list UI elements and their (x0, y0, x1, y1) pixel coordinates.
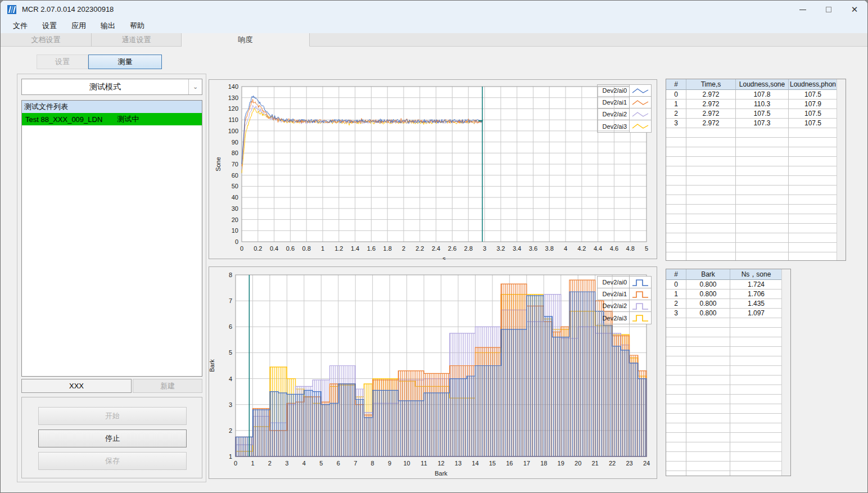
svg-text:3.4: 3.4 (513, 245, 521, 252)
minimize-button[interactable] (790, 1, 816, 19)
table-header-row: #BarkNs，sone (666, 269, 790, 280)
table-cell (666, 471, 686, 476)
xxx-button[interactable]: XXX (21, 379, 132, 393)
table-cell (666, 452, 686, 462)
table-row (666, 404, 790, 414)
file-status: 测试中 (117, 114, 139, 124)
table-cell (736, 195, 789, 205)
table-row (666, 205, 846, 214)
table-cell (686, 147, 736, 157)
table-cell: 107.5 (789, 119, 838, 128)
tab-channel-settings[interactable]: 通道设置 (92, 33, 182, 47)
line-sample-icon (630, 97, 651, 108)
table-cell (686, 214, 736, 224)
table-row (666, 433, 790, 442)
svg-text:4: 4 (302, 460, 306, 467)
table-row: 00.8001.724 (666, 280, 790, 290)
bark-chart: 0123456789101112131415161718192021222324… (209, 266, 657, 479)
save-button[interactable]: 保存 (38, 452, 187, 470)
file-list-header: 测试文件列表 (22, 101, 202, 113)
table-cell: 2.972 (686, 99, 736, 109)
measure-toggle-button[interactable]: 测量 (88, 55, 162, 69)
new-button[interactable]: 新建 (133, 379, 202, 393)
table-cell (730, 423, 783, 433)
start-button[interactable]: 开始 (38, 407, 187, 425)
table-cell (686, 318, 730, 328)
bar-sample-icon (630, 312, 651, 324)
table-header-cell: Loudness,sone (736, 79, 789, 90)
svg-text:10: 10 (403, 460, 410, 467)
svg-text:8: 8 (371, 460, 374, 467)
table-cell (789, 233, 838, 243)
table-cell (686, 423, 730, 433)
table-cell: 3 (666, 309, 686, 318)
svg-text:4.8: 4.8 (626, 245, 635, 252)
table-cell (666, 433, 686, 442)
svg-text:0.8: 0.8 (302, 245, 311, 252)
table-row: 10.8001.706 (666, 290, 790, 299)
table-scrollbar-track (837, 79, 846, 260)
table-cell (666, 157, 686, 166)
svg-text:16: 16 (506, 460, 513, 467)
app-icon (7, 4, 17, 15)
svg-text:24: 24 (643, 460, 650, 467)
table-cell (686, 395, 730, 404)
table-cell (666, 176, 686, 186)
tab-document-settings[interactable]: 文档设置 (1, 33, 92, 47)
table-row (666, 471, 790, 476)
table-cell (730, 471, 783, 476)
table-cell (736, 224, 789, 233)
maximize-button[interactable] (816, 1, 842, 19)
svg-text:1: 1 (229, 453, 232, 460)
table-cell (736, 214, 789, 224)
file-list-item[interactable]: Test 88_XXX_009_LDN 测试中 (22, 113, 202, 125)
table-cell (730, 404, 783, 414)
menu-item-apply[interactable]: 应用 (65, 19, 93, 33)
table-cell (730, 337, 783, 347)
table-row (666, 128, 846, 138)
table-cell (730, 433, 783, 442)
menu-item-help[interactable]: 帮助 (123, 19, 151, 33)
table-cell (666, 366, 686, 376)
table-row: 32.972107.3107.5 (666, 119, 846, 128)
table-cell: 2 (666, 109, 686, 119)
table-cell (686, 157, 736, 166)
menu-item-settings[interactable]: 设置 (35, 19, 64, 33)
svg-text:2: 2 (268, 460, 272, 467)
table-cell (789, 205, 838, 214)
table-row (666, 414, 790, 423)
table-cell (730, 395, 783, 404)
menu-item-output[interactable]: 输出 (94, 19, 122, 33)
table-cell (789, 138, 838, 147)
table-cell (686, 414, 730, 423)
table-cell: 2.972 (686, 119, 736, 128)
tab-loudness[interactable]: 响度 (182, 33, 310, 47)
settings-toggle-button[interactable]: 设置 (37, 55, 88, 69)
chevron-down-icon[interactable]: ⌄ (188, 79, 202, 94)
svg-text:18: 18 (540, 460, 547, 467)
table-cell (789, 166, 838, 176)
svg-text:13: 13 (455, 460, 462, 467)
table-row (666, 252, 846, 261)
table-scrollbar-track (781, 269, 790, 476)
table-cell (789, 147, 838, 157)
test-mode-dropdown[interactable]: 测试模式 ⌄ (21, 79, 202, 95)
table-row (666, 356, 790, 366)
table-cell (666, 195, 686, 205)
table-cell (666, 233, 686, 243)
svg-text:4: 4 (564, 245, 567, 252)
menu-item-file[interactable]: 文件 (6, 19, 34, 33)
table-cell: 1.097 (730, 309, 783, 318)
table-row (666, 186, 846, 195)
table-cell: 107.9 (789, 99, 838, 109)
title-bar: MCR 2.07.0.014 202300918 ✕ (1, 1, 867, 19)
table-header-cell: Bark (686, 269, 730, 280)
table-cell (686, 138, 736, 147)
table-cell (730, 318, 783, 328)
table-cell (730, 462, 783, 471)
close-button[interactable]: ✕ (842, 1, 867, 19)
table-cell: 107.8 (736, 90, 789, 99)
legend-label: Dev2/ai2 (598, 108, 630, 120)
table-row (666, 366, 790, 376)
stop-button[interactable]: 停止 (38, 429, 187, 447)
